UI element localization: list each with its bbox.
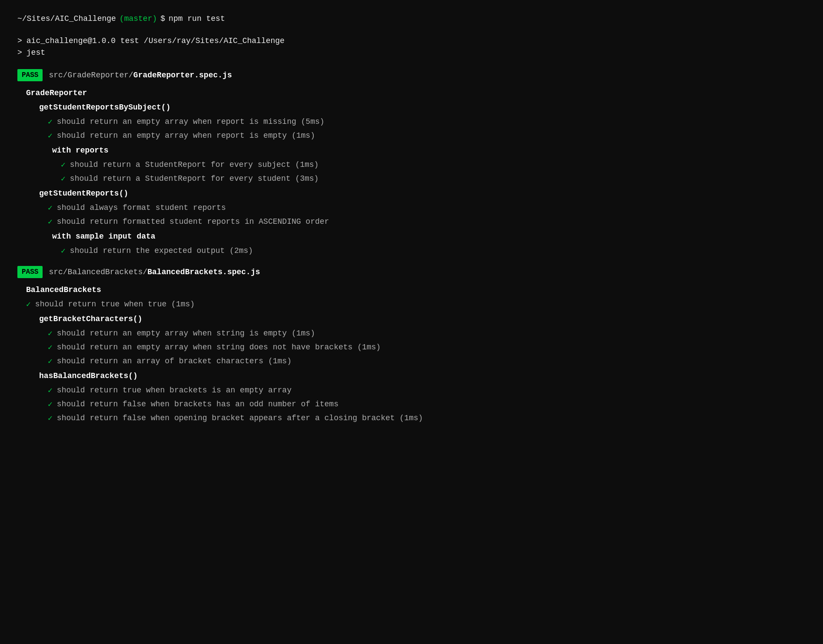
test-name: should return an array of bracket charac… (57, 355, 292, 367)
terminal-prompt: ~/Sites/AIC_Challenge (master) $ npm run… (17, 13, 806, 25)
test-item: ✓ should return true when brackets is an… (48, 385, 806, 397)
check-icon: ✓ (48, 328, 53, 340)
test-name: should return an empty array when string… (57, 328, 315, 339)
sub-test-list: ✓ should return a StudentReport for ever… (52, 159, 806, 185)
test-list: ✓ should return an empty array when stri… (39, 328, 806, 368)
test-list: ✓ should return true when brackets is an… (39, 385, 806, 425)
sub-describe-name: with sample input data (52, 231, 806, 242)
npm-line-text: aic_challenge@1.0.0 test /Users/ray/Site… (27, 35, 285, 47)
npm-line: >aic_challenge@1.0.0 test /Users/ray/Sit… (17, 35, 806, 47)
test-item: ✓ should return an empty array when repo… (48, 130, 806, 142)
describe-name: GradeReporter (26, 87, 806, 99)
test-item: ✓ should return false when brackets has … (48, 398, 806, 411)
check-icon: ✓ (48, 130, 53, 142)
npm-line-text: jest (27, 47, 45, 59)
check-icon: ✓ (61, 173, 66, 185)
test-name: should return true when brackets is an e… (57, 385, 292, 396)
nested-describe: getStudentReports() ✓ should always form… (26, 188, 806, 257)
test-name: should return false when opening bracket… (57, 412, 423, 424)
suite-header: PASS src/BalancedBrackets/BalancedBracke… (17, 266, 806, 278)
suite-path: src/GradeReporter/GradeReporter.spec.js (49, 70, 232, 81)
check-icon: ✓ (61, 159, 66, 171)
sub-describe: with reports ✓ should return a StudentRe… (39, 145, 806, 185)
test-name: should return an empty array when string… (57, 342, 381, 353)
nested-describe: getStudentReportsBySubject() ✓ should re… (26, 102, 806, 185)
nested-describe-name: getBracketCharacters() (39, 313, 806, 325)
test-name: should return a StudentReport for every … (70, 159, 319, 171)
test-name: should return false when brackets has an… (57, 398, 338, 410)
pass-badge: PASS (17, 266, 43, 278)
test-list: ✓ should always format student reports ✓… (39, 202, 806, 228)
test-item: ✓ should return an empty array when stri… (48, 328, 806, 340)
describe-block: GradeReportergetStudentReportsBySubject(… (17, 87, 806, 257)
test-name: should return formatted student reports … (57, 216, 329, 228)
check-icon: ✓ (48, 216, 53, 228)
suite-balanced-brackets: PASS src/BalancedBrackets/BalancedBracke… (17, 266, 806, 425)
check-icon: ✓ (48, 399, 53, 411)
test-name: should return the expected output (2ms) (70, 245, 253, 257)
test-name: should return an empty array when report… (57, 116, 325, 128)
test-name: should always format student reports (57, 202, 226, 214)
test-item: ✓ should return an empty array when repo… (48, 116, 806, 128)
npm-arrow: > (17, 35, 22, 47)
pass-badge: PASS (17, 69, 43, 81)
test-item: ✓ should return formatted student report… (48, 216, 806, 228)
nested-describe-name: getStudentReports() (39, 188, 806, 199)
suite-header: PASS src/GradeReporter/GradeReporter.spe… (17, 69, 806, 81)
check-icon: ✓ (48, 356, 53, 368)
prompt-path: ~/Sites/AIC_Challenge (17, 13, 116, 25)
describe-name: BalancedBrackets (26, 284, 806, 296)
test-item: ✓ should return false when opening brack… (48, 412, 806, 425)
suites-container: PASS src/GradeReporter/GradeReporter.spe… (17, 69, 806, 425)
test-item: ✓ should return true when true (1ms) (26, 299, 806, 311)
prompt-command: npm run test (169, 13, 225, 25)
test-name: should return a StudentReport for every … (70, 173, 319, 185)
test-item: ✓ should return the expected output (2ms… (61, 245, 806, 257)
check-icon: ✓ (48, 385, 53, 397)
test-item: ✓ should return a StudentReport for ever… (61, 159, 806, 171)
nested-describe-name: getStudentReportsBySubject() (39, 102, 806, 113)
npm-output: >aic_challenge@1.0.0 test /Users/ray/Sit… (17, 35, 806, 59)
describe-block: BalancedBrackets ✓ should return true wh… (17, 284, 806, 425)
nested-describe: hasBalancedBrackets() ✓ should return tr… (26, 370, 806, 425)
check-icon: ✓ (48, 342, 53, 354)
prompt-branch: (master) (119, 13, 157, 25)
test-list: ✓ should return an empty array when repo… (39, 116, 806, 142)
test-item: ✓ should return a StudentReport for ever… (61, 173, 806, 185)
check-icon: ✓ (26, 299, 31, 311)
npm-line: >jest (17, 47, 806, 59)
sub-describe: with sample input data ✓ should return t… (39, 231, 806, 257)
check-icon: ✓ (61, 246, 66, 257)
check-icon: ✓ (48, 202, 53, 214)
test-name: should return an empty array when report… (57, 130, 315, 142)
nested-describe-name: hasBalancedBrackets() (39, 370, 806, 382)
suite-grade-reporter: PASS src/GradeReporter/GradeReporter.spe… (17, 69, 806, 257)
sub-test-list: ✓ should return the expected output (2ms… (52, 245, 806, 257)
nested-describe: getBracketCharacters() ✓ should return a… (26, 313, 806, 368)
test-item: ✓ should return an array of bracket char… (48, 355, 806, 368)
check-icon: ✓ (48, 413, 53, 425)
prompt-dollar: $ (160, 13, 165, 25)
suite-path: src/BalancedBrackets/BalancedBrackets.sp… (49, 266, 260, 278)
test-name: should return true when true (1ms) (35, 299, 195, 310)
check-icon: ✓ (48, 116, 53, 128)
sub-describe-name: with reports (52, 145, 806, 156)
npm-arrow: > (17, 47, 22, 59)
test-item: ✓ should return an empty array when stri… (48, 342, 806, 354)
test-item: ✓ should always format student reports (48, 202, 806, 214)
